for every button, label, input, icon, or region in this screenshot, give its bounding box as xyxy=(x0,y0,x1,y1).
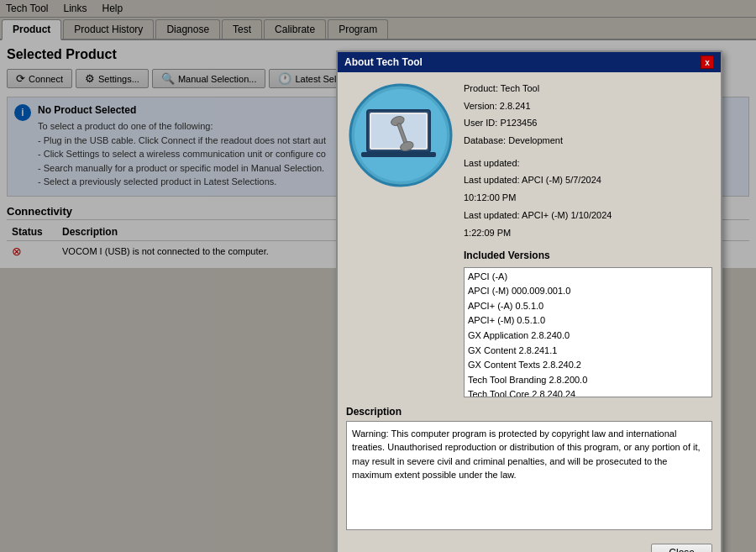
dialog-product-info: Product: Tech Tool Version: 2.8.241 User… xyxy=(464,81,712,397)
product-name: Product: Tech Tool xyxy=(464,81,712,97)
dialog-titlebar: About Tech Tool x xyxy=(338,52,721,72)
version-item: APCI (-M) 000.009.001.0 xyxy=(468,284,708,299)
version-item: APCI+ (-A) 0.5.1.0 xyxy=(468,299,708,314)
dialog-footer: Close xyxy=(338,539,721,552)
version-item: GX Content Texts 2.8.240.2 xyxy=(468,358,708,373)
last-updated-apci-plus: Last updated: APCI+ (-M) 1/10/2024 xyxy=(464,208,712,223)
version-item: GX Application 2.8.240.0 xyxy=(468,329,708,344)
description-section: Description Warning: This computer progr… xyxy=(346,406,712,530)
version-item: Tech Tool Branding 2.8.200.0 xyxy=(468,373,708,388)
version-item: APCI+ (-M) 0.5.1.0 xyxy=(468,313,708,329)
dialog-body: Product: Tech Tool Version: 2.8.241 User… xyxy=(338,72,721,539)
product-userid: User ID: P123456 xyxy=(464,115,712,131)
version-item: APCI (-A) xyxy=(468,270,708,285)
product-database: Database: Development xyxy=(464,133,712,149)
last-updated-apci-plus-time: 1:22:09 PM xyxy=(464,225,712,241)
dialog-close-button[interactable]: x xyxy=(701,55,714,69)
close-dialog-button[interactable]: Close xyxy=(651,544,712,552)
last-updated-label: Last updated: xyxy=(464,155,712,171)
svg-rect-5 xyxy=(361,152,436,157)
dialog-top: Product: Tech Tool Version: 2.8.241 User… xyxy=(346,81,712,397)
included-versions-title: Included Versions xyxy=(464,247,712,264)
version-item: Tech Tool Core 2.8.240.24 xyxy=(468,387,708,397)
versions-list[interactable]: APCI (-A)APCI (-M) 000.009.001.0APCI+ (-… xyxy=(464,267,712,397)
last-updated-apci-m: Last updated: APCI (-M) 5/7/2024 xyxy=(464,172,712,188)
about-dialog: About Tech Tool x xyxy=(336,50,722,552)
version-item: GX Content 2.8.241.1 xyxy=(468,344,708,359)
product-version: Version: 2.8.241 xyxy=(464,98,712,114)
dialog-title: About Tech Tool xyxy=(344,56,423,68)
description-title: Description xyxy=(346,406,712,418)
description-box: Warning: This computer program is protec… xyxy=(346,421,712,530)
last-updated-apci-m-time: 10:12:00 PM xyxy=(464,190,712,206)
dialog-logo xyxy=(346,81,455,190)
